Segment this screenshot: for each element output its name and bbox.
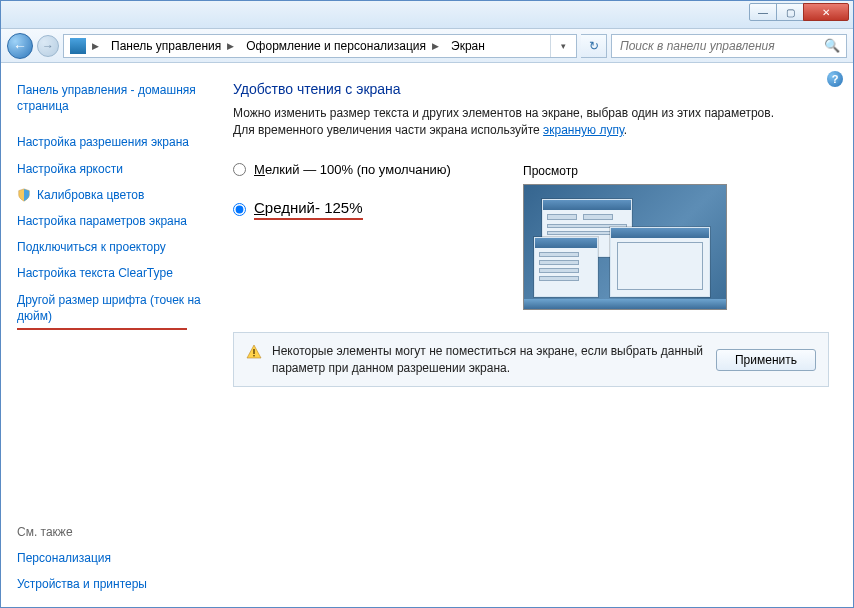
breadcrumb-segment[interactable]: Экран [445,35,491,57]
svg-rect-1 [253,355,254,356]
content-pane: ? Удобство чтения с экрана Можно изменит… [215,63,853,607]
radio-medium[interactable] [233,203,246,216]
sidebar-item-label: Калибровка цветов [37,187,144,203]
control-panel-icon [70,38,86,54]
help-icon[interactable]: ? [827,71,843,87]
apply-button[interactable]: Применить [716,349,816,371]
option-small[interactable]: Мелкий — 100% (по умолчанию) [233,162,483,177]
back-button[interactable]: ← [7,33,33,59]
close-button[interactable]: ✕ [803,3,849,21]
breadcrumb-label: Оформление и персонализация [246,39,426,53]
sidebar: Панель управления - домашняя страница На… [1,63,215,607]
sidebar-home-link[interactable]: Панель управления - домашняя страница [17,82,205,114]
maximize-button[interactable]: ▢ [776,3,804,21]
magnifier-link[interactable]: экранную лупу [543,123,624,137]
svg-rect-0 [253,349,254,354]
page-description: Можно изменить размер текста и других эл… [233,105,793,140]
see-also-devices[interactable]: Устройства и принтеры [17,576,205,592]
window-titlebar: — ▢ ✕ [1,1,853,29]
chevron-right-icon: ▶ [432,41,439,51]
see-also-personalization[interactable]: Персонализация [17,550,205,566]
address-icon-seg[interactable]: ▶ [64,35,105,57]
search-box[interactable]: 🔍 [611,34,847,58]
scale-options-row: Мелкий — 100% (по умолчанию) Средний- 12… [233,158,829,310]
breadcrumb-label: Экран [451,39,485,53]
search-icon[interactable]: 🔍 [824,38,840,53]
address-bar[interactable]: ▶ Панель управления ▶ Оформление и персо… [63,34,577,58]
breadcrumb-segment[interactable]: Панель управления ▶ [105,35,240,57]
search-input[interactable] [618,38,818,54]
option-medium[interactable]: Средний- 125% [233,199,483,220]
breadcrumb-segment[interactable]: Оформление и персонализация ▶ [240,35,445,57]
sidebar-item-resolution[interactable]: Настройка разрешения экрана [17,134,205,150]
sidebar-item-display-settings[interactable]: Настройка параметров экрана [17,213,205,229]
minimize-button[interactable]: — [749,3,777,21]
warning-icon [246,344,262,360]
option-medium-label: Средний- 125% [254,199,363,220]
sidebar-item-calibrate[interactable]: Калибровка цветов [17,187,205,203]
info-box: Некоторые элементы могут не поместиться … [233,332,829,388]
chevron-right-icon: ▶ [92,41,99,51]
work-area: Панель управления - домашняя страница На… [1,63,853,607]
desc-after: . [624,123,627,137]
navigation-bar: ← → ▶ Панель управления ▶ Оформление и п… [1,29,853,63]
desc-text: Можно изменить размер текста и других эл… [233,106,774,137]
sidebar-item-projector[interactable]: Подключиться к проектору [17,239,205,255]
sidebar-item-custom-dpi[interactable]: Другой размер шрифта (точек на дюйм) [17,292,205,324]
scale-options: Мелкий — 100% (по умолчанию) Средний- 12… [233,158,483,242]
refresh-button[interactable]: ↻ [581,34,607,58]
address-dropdown[interactable]: ▾ [550,35,576,57]
breadcrumb-label: Панель управления [111,39,221,53]
radio-small[interactable] [233,163,246,176]
sidebar-item-brightness[interactable]: Настройка яркости [17,161,205,177]
page-heading: Удобство чтения с экрана [233,81,829,97]
info-text: Некоторые элементы могут не поместиться … [272,343,706,377]
preview-label: Просмотр [523,164,727,178]
chevron-right-icon: ▶ [227,41,234,51]
window-buttons: — ▢ ✕ [750,3,849,21]
option-small-label: Мелкий — 100% (по умолчанию) [254,162,451,177]
sidebar-item-cleartype[interactable]: Настройка текста ClearType [17,265,205,281]
see-also-heading: См. также [17,525,205,539]
shield-icon [17,188,31,202]
forward-button[interactable]: → [37,35,59,57]
preview-column: Просмотр [523,158,727,310]
preview-thumbnail [523,184,727,310]
